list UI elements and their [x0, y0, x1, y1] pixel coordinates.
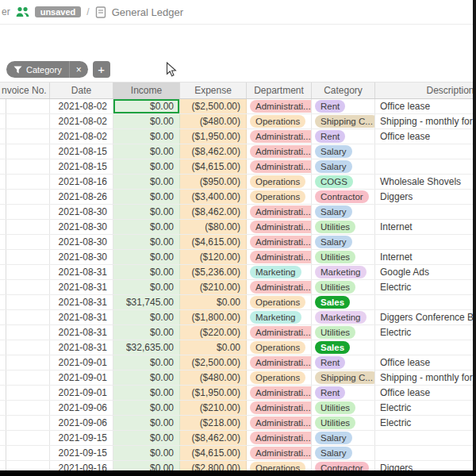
- cell-department[interactable]: Operations: [247, 190, 312, 204]
- cell-department[interactable]: Administrati...: [247, 401, 312, 415]
- cell-department[interactable]: Operations: [247, 370, 312, 385]
- cell-invoice[interactable]: [6, 175, 50, 189]
- cell-income[interactable]: $0.00: [113, 446, 180, 460]
- cell-department[interactable]: Marketing: [247, 310, 312, 324]
- cell-department[interactable]: Administrati...: [247, 355, 312, 370]
- remove-filter-button[interactable]: ×: [69, 61, 88, 78]
- cell-description[interactable]: [375, 144, 476, 159]
- cell-expense[interactable]: ($218.00): [180, 416, 247, 430]
- cell-department[interactable]: Administrati...: [247, 416, 312, 430]
- filter-category-pill[interactable]: Category ×: [6, 61, 88, 78]
- cell-expense[interactable]: ($1,950.00): [180, 386, 247, 400]
- cell-date[interactable]: 2021-08-15: [50, 144, 113, 159]
- cell-invoice[interactable]: [6, 159, 50, 174]
- cell-date[interactable]: 2021-08-31: [50, 310, 113, 324]
- column-header-department[interactable]: Department: [247, 83, 312, 98]
- cell-department[interactable]: Administrati...: [247, 386, 312, 400]
- document-title[interactable]: General Ledger: [112, 6, 183, 18]
- cell-date[interactable]: 2021-08-31: [50, 340, 113, 355]
- cell-income[interactable]: $0.00: [113, 431, 180, 445]
- cell-department[interactable]: Operations: [247, 175, 312, 189]
- cell-invoice[interactable]: [6, 114, 50, 129]
- cell-department[interactable]: Administrati...: [247, 235, 312, 249]
- cell-description[interactable]: [375, 159, 476, 174]
- cell-expense[interactable]: $0.00: [180, 340, 247, 355]
- cell-description[interactable]: Electric: [375, 416, 476, 430]
- cell-date[interactable]: 2021-09-01: [50, 370, 113, 385]
- cell-expense[interactable]: ($120.00): [180, 250, 247, 264]
- cell-invoice[interactable]: [6, 401, 50, 415]
- filter-pill-main[interactable]: Category: [6, 65, 69, 75]
- cell-invoice[interactable]: [6, 205, 50, 219]
- cell-category[interactable]: Sales: [312, 295, 375, 309]
- cell-expense[interactable]: ($2,500.00): [180, 355, 247, 370]
- cell-date[interactable]: 2021-09-01: [50, 386, 113, 400]
- cell-income[interactable]: $0.00: [113, 401, 180, 415]
- cell-income[interactable]: $0.00: [113, 129, 180, 144]
- cell-category[interactable]: Utilities: [312, 280, 375, 294]
- cell-expense[interactable]: ($210.00): [180, 280, 247, 294]
- cell-description[interactable]: Diggers: [375, 190, 476, 204]
- cell-department[interactable]: Operations: [247, 295, 312, 309]
- cell-income[interactable]: $0.00: [113, 205, 180, 219]
- cell-category[interactable]: Salary: [312, 144, 375, 159]
- cell-invoice[interactable]: [6, 355, 50, 370]
- cell-invoice[interactable]: [6, 446, 50, 460]
- cell-date[interactable]: 2021-08-31: [50, 325, 113, 340]
- cell-description[interactable]: [375, 446, 476, 460]
- cell-date[interactable]: 2021-08-31: [50, 280, 113, 294]
- cell-income[interactable]: $0.00: [113, 250, 180, 264]
- cell-department[interactable]: Administrati...: [247, 129, 312, 144]
- cell-description[interactable]: Electric: [375, 401, 476, 415]
- cell-invoice[interactable]: [6, 340, 50, 355]
- cell-income[interactable]: $0.00: [113, 99, 180, 113]
- cell-invoice[interactable]: [6, 386, 50, 400]
- cell-expense[interactable]: ($480.00): [180, 114, 247, 129]
- cell-category[interactable]: Shipping C...: [312, 114, 375, 129]
- cell-description[interactable]: [375, 340, 476, 355]
- cell-category[interactable]: Salary: [312, 446, 375, 460]
- cell-date[interactable]: 2021-09-15: [50, 431, 113, 445]
- cell-date[interactable]: 2021-09-15: [50, 446, 113, 460]
- cell-department[interactable]: Administrati...: [247, 144, 312, 159]
- cell-category[interactable]: Utilities: [312, 325, 375, 340]
- cell-expense[interactable]: ($950.00): [180, 175, 247, 189]
- cell-invoice[interactable]: [6, 235, 50, 249]
- cell-category[interactable]: Marketing: [312, 265, 375, 279]
- cell-expense[interactable]: ($4,615.00): [180, 446, 247, 460]
- cell-invoice[interactable]: [6, 265, 50, 279]
- cell-expense[interactable]: ($5,236.00): [180, 265, 247, 279]
- cell-category[interactable]: COGS: [312, 175, 375, 189]
- cell-income[interactable]: $0.00: [113, 355, 180, 370]
- cell-date[interactable]: 2021-08-02: [50, 129, 113, 144]
- cell-date[interactable]: 2021-08-02: [50, 99, 113, 113]
- add-filter-button[interactable]: +: [93, 61, 110, 78]
- cell-description[interactable]: Shipping - monthly for July: [375, 114, 476, 129]
- cell-category[interactable]: Rent: [312, 129, 375, 144]
- cell-description[interactable]: Office lease: [375, 386, 476, 400]
- cell-description[interactable]: [375, 205, 476, 219]
- cell-income[interactable]: $31,745.00: [113, 295, 180, 309]
- cell-department[interactable]: Administrati...: [247, 220, 312, 234]
- cell-description[interactable]: Electric: [375, 280, 476, 294]
- cell-expense[interactable]: ($80.00): [180, 220, 247, 234]
- cell-date[interactable]: 2021-08-26: [50, 190, 113, 204]
- cell-category[interactable]: Utilities: [312, 250, 375, 264]
- cell-income[interactable]: $0.00: [113, 175, 180, 189]
- cell-income[interactable]: $0.00: [113, 310, 180, 324]
- cell-expense[interactable]: ($1,950.00): [180, 129, 247, 144]
- cell-invoice[interactable]: [6, 370, 50, 385]
- cell-department[interactable]: Operations: [247, 340, 312, 355]
- cell-category[interactable]: Utilities: [312, 416, 375, 430]
- cell-invoice[interactable]: [6, 144, 50, 159]
- cell-income[interactable]: $0.00: [113, 144, 180, 159]
- cell-category[interactable]: Marketing: [312, 310, 375, 324]
- cell-expense[interactable]: ($8,462.00): [180, 431, 247, 445]
- cell-invoice[interactable]: [6, 250, 50, 264]
- cell-expense[interactable]: ($3,400.00): [180, 190, 247, 204]
- cell-date[interactable]: 2021-08-31: [50, 295, 113, 309]
- cell-date[interactable]: 2021-08-02: [50, 114, 113, 129]
- cell-date[interactable]: 2021-08-30: [50, 220, 113, 234]
- cell-income[interactable]: $0.00: [113, 190, 180, 204]
- cell-expense[interactable]: ($4,615.00): [180, 159, 247, 174]
